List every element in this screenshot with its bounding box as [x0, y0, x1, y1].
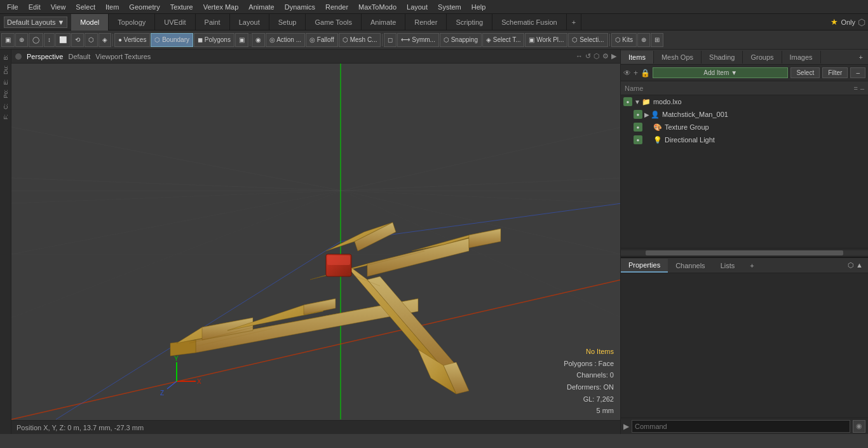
tab-setup[interactable]: Setup	[269, 14, 306, 31]
viewport[interactable]: Perspective Default Viewport Textures ↔ …	[11, 50, 620, 434]
tab-scripting[interactable]: Scripting	[447, 14, 492, 31]
menu-dynamics[interactable]: Dynamics	[280, 2, 320, 12]
origin-btn[interactable]: ⊕	[15, 33, 28, 47]
cmd-submit-btn[interactable]: ◉	[853, 420, 865, 433]
filter-button[interactable]: Filter	[822, 67, 848, 78]
tab-topology[interactable]: Topology	[109, 14, 155, 31]
box-btn[interactable]: ⬜	[55, 33, 71, 47]
tab-render[interactable]: Render	[405, 14, 447, 31]
prop-tabs: Properties Channels Lists + ⬡ ▲	[621, 258, 868, 273]
item-row[interactable]: ● ▼ 📁 modo.lxo	[621, 95, 868, 108]
menu-edit[interactable]: Edit	[24, 2, 45, 12]
boundary-btn[interactable]: ⬡ Boundary	[151, 33, 193, 47]
menu-geometry[interactable]: Geometry	[125, 2, 164, 12]
snapping-btn[interactable]: ⬡ Snapping	[440, 33, 482, 47]
tab-shading[interactable]: Shading	[702, 51, 743, 64]
gl-label: GL: 7,262	[564, 393, 614, 405]
tab-paint[interactable]: Paint	[196, 14, 230, 31]
polygon-btn[interactable]: ⬡	[85, 33, 98, 47]
vp-settings-icon[interactable]: ⚙	[602, 52, 609, 60]
mesh-constraint-btn[interactable]: ⬡ Mesh C...	[339, 33, 381, 47]
falloff-btn[interactable]: ◎ Falloff	[306, 33, 338, 47]
prop-tab-channels[interactable]: Channels	[668, 259, 712, 272]
rotate-btn[interactable]: ⟲	[71, 33, 84, 47]
menu-texture[interactable]: Texture	[166, 2, 198, 12]
menu-help[interactable]: Help	[467, 2, 491, 12]
tab-uvedit[interactable]: UVEdit	[155, 14, 195, 31]
tab-mesh-ops[interactable]: Mesh Ops	[654, 51, 702, 64]
prop-tab-lists[interactable]: Lists	[713, 259, 743, 272]
vp-default-label[interactable]: Default	[68, 53, 90, 60]
item-row[interactable]: ● 🎨 Texture Group	[621, 121, 868, 133]
vp-fit-icon[interactable]: ↔	[576, 52, 583, 60]
prop-tab-plus[interactable]: +	[742, 259, 761, 272]
menu-render[interactable]: Render	[321, 2, 353, 12]
view-rotate-btn[interactable]: ⊕	[637, 33, 650, 47]
menu-item[interactable]: Item	[101, 2, 123, 12]
symmetry-line-btn[interactable]: ◻	[384, 33, 397, 47]
menu-maxtomodo[interactable]: MaxToModo	[354, 2, 401, 12]
expand-icon[interactable]: ⬡	[858, 17, 865, 27]
add-item-button[interactable]: Add Item ▼	[653, 67, 788, 78]
vp-play-icon[interactable]: ▶	[611, 52, 616, 60]
vp-perspective-label[interactable]: Perspective	[27, 53, 63, 60]
work-plane-btn[interactable]: ▣ Work Pl...	[525, 33, 567, 47]
action-btn[interactable]: ◎ Action ...	[266, 33, 305, 47]
tab-schematic-fusion[interactable]: Schematic Fusion	[492, 14, 566, 31]
panel-ctrl-minus[interactable]: –	[860, 85, 864, 92]
menu-select[interactable]: Select	[71, 2, 100, 12]
menu-view[interactable]: View	[46, 2, 71, 12]
prop-expand-btn[interactable]: ⬡ ▲	[843, 259, 868, 272]
properties-panel: Properties Channels Lists + ⬡ ▲	[621, 257, 868, 417]
prop-tab-properties[interactable]: Properties	[621, 259, 668, 273]
vp-canvas[interactable]: X Y Z No Items Polygons : Face Channels:…	[11, 64, 620, 420]
tab-model[interactable]: Model	[71, 14, 109, 31]
element-btn[interactable]: ▣	[235, 33, 248, 47]
tab-groups[interactable]: Groups	[743, 51, 782, 64]
item-row[interactable]: ● ▶ 👤 Matchstick_Man_001	[621, 108, 868, 121]
tab-game-tools[interactable]: Game Tools	[306, 14, 362, 31]
ts-du: Du:	[1, 63, 10, 77]
kits-btn[interactable]: ⬡ Kits	[611, 33, 637, 47]
channels-label: Channels: 0	[564, 369, 614, 381]
select-mode-btn[interactable]: ▣	[1, 33, 15, 47]
item-toggle-1[interactable]: ▶	[644, 111, 649, 118]
menu-file[interactable]: File	[3, 2, 23, 12]
item-toggle-0[interactable]: ▼	[634, 98, 641, 105]
menu-system[interactable]: System	[433, 2, 466, 12]
items-scrollbar[interactable]	[621, 248, 868, 257]
command-input[interactable]	[632, 420, 850, 433]
layout-dropdown[interactable]: Default Layouts ▼	[4, 17, 67, 28]
polygons-btn[interactable]: ◼ Polygons	[194, 33, 234, 47]
item-row[interactable]: ● 💡 Directional Light	[621, 133, 868, 146]
vp-texture-label[interactable]: Viewport Textures	[95, 53, 151, 60]
tab-items[interactable]: Items	[621, 51, 654, 64]
tab-add[interactable]: +	[567, 14, 581, 31]
vp-frame-icon[interactable]: ⬡	[593, 52, 600, 60]
ts-c: C:	[1, 101, 10, 112]
minus-button[interactable]: –	[850, 67, 865, 78]
menu-animate[interactable]: Animate	[244, 2, 278, 12]
panel-tab-more[interactable]: +	[854, 51, 868, 64]
eye-indicator-1: ●	[634, 110, 642, 119]
transform-btn[interactable]: ↕	[44, 33, 55, 47]
tab-layout[interactable]: Layout	[230, 14, 269, 31]
add-icon[interactable]: +	[634, 69, 638, 78]
expand-arrow: ▲	[856, 261, 863, 269]
vertices-btn[interactable]: ● Vertices	[114, 33, 150, 47]
view-layout-btn[interactable]: ⊞	[651, 33, 663, 47]
menu-layout[interactable]: Layout	[402, 2, 432, 12]
action-center-btn[interactable]: ◉	[252, 33, 265, 47]
symmetry-btn[interactable]: ⟷ Symm...	[397, 33, 438, 47]
select-through-btn[interactable]: ◈ Select T...	[482, 33, 525, 47]
edge-btn[interactable]: ◈	[98, 33, 111, 47]
selection-btn[interactable]: ⬡ Selecti...	[568, 33, 607, 47]
svg-marker-26	[469, 229, 501, 248]
tab-animate[interactable]: Animate	[362, 14, 405, 31]
menu-vertex-map[interactable]: Vertex Map	[199, 2, 243, 12]
tab-images[interactable]: Images	[782, 51, 821, 64]
panel-ctrl-eq[interactable]: =	[853, 85, 857, 92]
snapping-icon-btn[interactable]: ◯	[29, 33, 43, 47]
vp-rotate-icon[interactable]: ↺	[585, 52, 591, 60]
select-button[interactable]: Select	[790, 67, 820, 78]
